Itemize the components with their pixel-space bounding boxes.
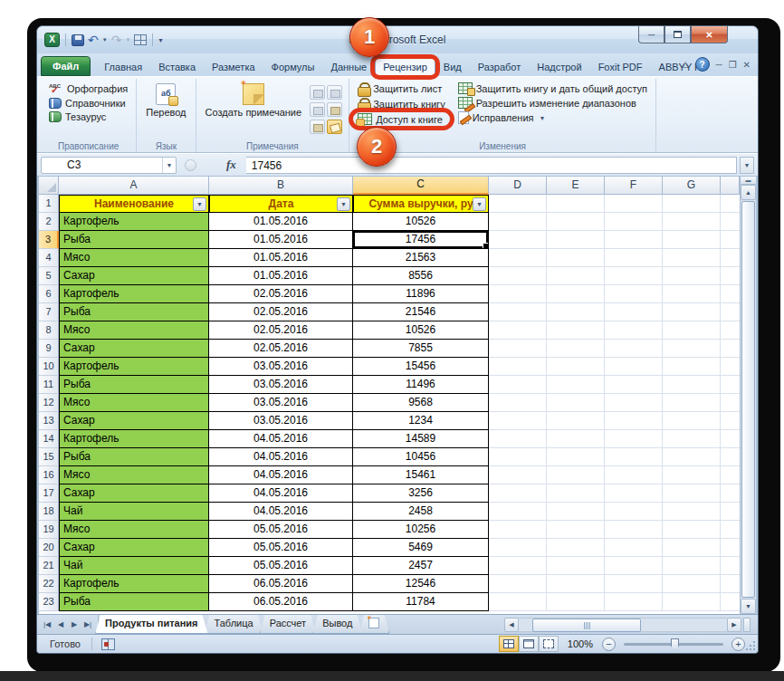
cell-C3[interactable]: 17456 — [353, 231, 489, 249]
show-all-comments-icon[interactable] — [310, 120, 325, 134]
cell-C23[interactable]: 11784 — [353, 593, 489, 611]
row-header-7[interactable]: 7 — [39, 303, 59, 321]
cell-B17[interactable]: 04.05.2016 — [209, 484, 353, 503]
cell-C8[interactable]: 10526 — [353, 321, 489, 340]
sheet-tab-Рассчет[interactable]: Рассчет — [260, 615, 317, 634]
changes-button-3[interactable]: Защитить книгу и дать общий доступ — [455, 82, 650, 95]
cell-C1[interactable]: Сумма выручки, ру▼ — [353, 195, 489, 213]
cell-C6[interactable]: 11896 — [353, 285, 489, 303]
cell-F8[interactable] — [605, 321, 663, 340]
cell-E21[interactable] — [547, 557, 605, 575]
ribbon-tab-Вставка[interactable]: Вставка — [150, 57, 204, 76]
resize-grip[interactable] — [745, 640, 756, 651]
cell-D16[interactable] — [489, 466, 547, 484]
cell-A2[interactable]: Картофель — [59, 213, 209, 231]
ribbon-tab-Данные[interactable]: Данные — [322, 57, 375, 76]
cell-A10[interactable]: Картофель — [59, 358, 209, 376]
cell-A3[interactable]: Рыба — [59, 231, 209, 249]
cell-B15[interactable]: 04.05.2016 — [209, 448, 353, 466]
row-header-17[interactable]: 17 — [39, 484, 59, 503]
cell-D19[interactable] — [489, 521, 547, 539]
cell-C22[interactable]: 12546 — [353, 575, 489, 593]
cell-F2[interactable] — [605, 213, 663, 231]
cell-E19[interactable] — [547, 521, 605, 539]
row-header-23[interactable]: 23 — [39, 593, 59, 611]
cell-E14[interactable] — [547, 430, 605, 448]
proofing-button-2[interactable]: Тезаурус — [46, 110, 130, 123]
cell-D7[interactable] — [489, 303, 547, 321]
cell-F9[interactable] — [605, 340, 663, 358]
cell-E12[interactable] — [547, 394, 605, 412]
cell-A11[interactable]: Рыба — [59, 376, 209, 394]
scroll-up-icon[interactable]: ▲ — [741, 185, 756, 200]
row-header-22[interactable]: 22 — [39, 575, 59, 593]
cell-F23[interactable] — [605, 593, 663, 611]
cell-D1[interactable] — [489, 195, 547, 213]
cell-E23[interactable] — [547, 593, 605, 611]
changes-button-2[interactable]: Доступ к книге — [355, 112, 448, 126]
sheet-tab-Продукты питания[interactable]: Продукты питания — [95, 615, 208, 634]
cell-F1[interactable] — [605, 195, 663, 213]
cell-C15[interactable]: 10456 — [353, 448, 489, 466]
cell-B10[interactable]: 03.05.2016 — [209, 358, 353, 376]
zoom-in-icon[interactable]: + — [731, 638, 745, 651]
column-header-F[interactable]: F — [605, 177, 663, 195]
cell-A8[interactable]: Мясо — [59, 321, 209, 340]
row-header-13[interactable]: 13 — [39, 412, 59, 430]
cell-C9[interactable]: 7855 — [353, 340, 489, 358]
cell-D10[interactable] — [489, 358, 547, 376]
collapse-ribbon-icon[interactable]: △ — [683, 60, 689, 69]
horizontal-scroll-track[interactable] — [519, 618, 727, 632]
cell-G12[interactable] — [663, 394, 721, 412]
cell-A21[interactable]: Чай — [59, 557, 209, 575]
cell-F20[interactable] — [605, 539, 663, 557]
delete-comment-icon[interactable] — [310, 85, 325, 100]
row-header-14[interactable]: 14 — [39, 430, 59, 448]
expand-formula-bar-icon[interactable]: ▼ — [740, 157, 754, 174]
cell-F14[interactable] — [605, 430, 663, 448]
workbook-close-icon[interactable]: ✕ — [743, 60, 751, 70]
next-sheet-icon[interactable]: ▶ — [68, 620, 81, 628]
translate-button[interactable]: aб Перевод — [142, 82, 189, 139]
cell-C20[interactable]: 5469 — [353, 539, 489, 557]
filter-dropdown-icon[interactable]: ▼ — [473, 197, 486, 211]
cell-D21[interactable] — [489, 557, 547, 575]
row-header-10[interactable]: 10 — [39, 358, 59, 376]
cell-G11[interactable] — [663, 376, 721, 394]
cell-E22[interactable] — [547, 575, 605, 593]
cell-C11[interactable]: 11496 — [353, 376, 489, 394]
cell-F6[interactable] — [605, 285, 663, 303]
cell-A19[interactable]: Мясо — [59, 521, 209, 539]
cell-C21[interactable]: 2457 — [353, 557, 489, 575]
edit-comment-icon[interactable] — [327, 85, 342, 100]
cell-F3[interactable] — [605, 231, 663, 249]
workbook-restore-icon[interactable]: ❐ — [729, 60, 737, 70]
cell-A12[interactable]: Мясо — [59, 394, 209, 412]
cell-B16[interactable]: 04.05.2016 — [209, 466, 353, 484]
cell-E13[interactable] — [547, 412, 605, 430]
cell-A9[interactable]: Сахар — [59, 340, 209, 358]
cell-G23[interactable] — [663, 593, 721, 611]
cell-C7[interactable]: 21546 — [353, 303, 489, 321]
cell-G6[interactable] — [663, 285, 721, 303]
cell-C5[interactable]: 8556 — [353, 267, 489, 285]
row-header-20[interactable]: 20 — [39, 539, 59, 557]
cell-A18[interactable]: Чай — [59, 503, 209, 521]
scroll-left-icon[interactable]: ◀ — [504, 618, 519, 632]
cell-B20[interactable]: 05.05.2016 — [209, 539, 353, 557]
cell-A7[interactable]: Рыба — [59, 303, 209, 321]
cell-D20[interactable] — [489, 539, 547, 557]
cell-E20[interactable] — [547, 539, 605, 557]
ribbon-tab-Разметка[interactable]: Разметка — [204, 57, 263, 76]
cell-D2[interactable] — [489, 213, 547, 231]
cell-B1[interactable]: Дата▼ — [209, 195, 353, 213]
cell-C2[interactable]: 10526 — [353, 213, 489, 231]
cell-B2[interactable]: 01.05.2016 — [209, 213, 353, 231]
cell-E11[interactable] — [547, 376, 605, 394]
macro-record-icon[interactable] — [101, 638, 115, 650]
select-all-button[interactable] — [39, 177, 59, 195]
column-header-B[interactable]: B — [209, 177, 353, 195]
scroll-right-icon[interactable]: ▶ — [727, 618, 741, 632]
ribbon-tab-Рецензир[interactable]: Рецензир — [375, 57, 435, 76]
ribbon-tab-Главная[interactable]: Главная — [96, 57, 150, 76]
